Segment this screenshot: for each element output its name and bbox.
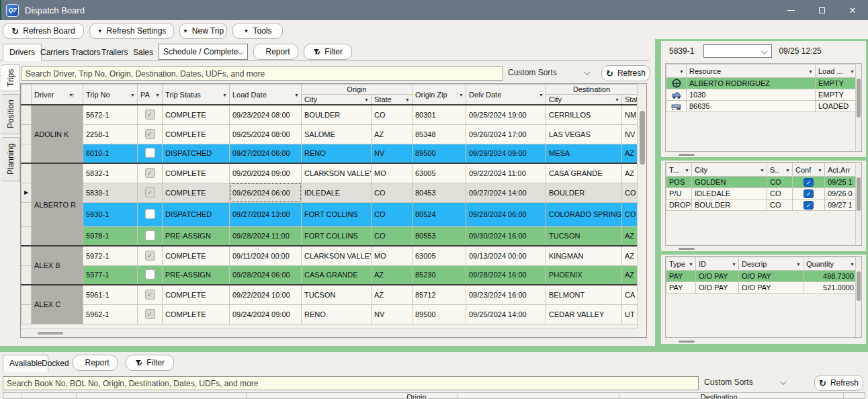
table-row[interactable]: ALBERTO R 5832-1 ✓ COMPLETE 09/20/2024 0… [21, 163, 638, 183]
col-header-stop-conf[interactable]: Conf▼ [793, 163, 825, 177]
pa-checkbox[interactable] [145, 148, 155, 158]
refresh-grid-button[interactable]: ↻ Refresh [601, 65, 650, 81]
splitter-grip[interactable] [679, 341, 695, 343]
filter-dropdown-icon[interactable]: ▼ [405, 97, 410, 102]
side-tab-planning[interactable]: Planning [1, 137, 20, 181]
side-tab-trips[interactable]: Trips [1, 64, 20, 91]
section-divider[interactable] [661, 157, 866, 161]
filter-dropdown-icon[interactable]: ▼ [760, 167, 765, 172]
col-header-stop-city[interactable]: City▼ [692, 163, 767, 177]
vertical-scrollbar[interactable] [637, 84, 646, 328]
table-row[interactable]: 6010-1 DISPATCHED 09/27/2024 06:00 RENO … [21, 144, 638, 163]
focused-cell[interactable]: 09/26/2024 06:00 [230, 183, 302, 202]
scrollbar-thumb[interactable] [857, 79, 861, 118]
resource-row[interactable]: 1030 EMPTY [666, 89, 857, 101]
table-row-selected[interactable]: ▶ 5839-1 ✓ COMPLETE 09/26/2024 06:00 IDL… [21, 183, 638, 202]
col-header-trip-status[interactable]: Trip Status▼ [163, 85, 230, 105]
selected-row-indicator[interactable]: ▶ [21, 183, 32, 202]
report-button-bottom[interactable]: Report [73, 355, 118, 371]
driver-group-cell[interactable]: ALEX B [32, 246, 83, 285]
filter-dropdown-icon[interactable]: ▼ [689, 261, 693, 266]
filter-dropdown-icon[interactable]: ▼ [796, 261, 801, 266]
filter-dropdown-icon[interactable]: ▼ [615, 97, 619, 102]
resource-row[interactable]: 86635 LOADED [666, 101, 857, 112]
filter-dropdown-icon[interactable]: ▼ [294, 92, 299, 97]
search-input[interactable] [21, 66, 503, 81]
driver-group-cell[interactable]: ALBERTO R [32, 163, 83, 246]
table-row[interactable]: 2258-1 ✓ COMPLETE 09/25/2024 08:00 SALOM… [21, 124, 638, 144]
maximize-button[interactable] [806, 0, 837, 20]
filter-dropdown-icon[interactable]: ▼ [679, 69, 684, 73]
table-row[interactable]: ALEX B 5972-1 ✓ COMPLETE 09/11/2024 00:0… [21, 246, 638, 265]
col-header-resource-icon[interactable]: ▼ [666, 64, 687, 78]
vertical-scrollbar[interactable] [855, 257, 861, 337]
col-header-load[interactable]: Load ...▼ [816, 64, 857, 78]
col-header-dest-city[interactable]: City▼ [546, 95, 622, 105]
col-header-dest-state[interactable]: State [622, 95, 638, 105]
col-header-load-date[interactable]: Load Date▼ [230, 85, 302, 105]
tools-button[interactable]: ▼ Tools [232, 23, 283, 39]
col-header-stop-type[interactable]: T...▼ [666, 163, 692, 177]
stop-row[interactable]: POS GOLDEN CO ✓ 09/25 1 [666, 177, 857, 188]
filter-dropdown-icon[interactable]: ▼ [130, 92, 135, 97]
conf-checkbox[interactable]: ✓ [804, 178, 814, 187]
col-header-stop-state[interactable]: S..▼ [767, 163, 793, 177]
pa-checkbox[interactable]: ✓ [145, 309, 155, 319]
col-header-stop-act-arr[interactable]: Act.Arr [825, 163, 857, 177]
pa-checkbox[interactable] [145, 269, 155, 279]
filter-dropdown-icon[interactable]: ▼ [222, 92, 227, 97]
col-header-origin-zip[interactable]: Origin Zip▼ [413, 85, 466, 105]
tab-sales[interactable]: Sales [126, 44, 160, 61]
filter-dropdown-icon[interactable]: ▼ [69, 92, 73, 97]
report-button[interactable]: Report [253, 44, 298, 60]
pa-checkbox[interactable]: ✓ [145, 187, 155, 197]
pa-checkbox[interactable] [145, 209, 155, 219]
close-button[interactable]: ✕ [837, 0, 868, 20]
col-header-delv-date[interactable]: Delv Date▼ [466, 85, 546, 105]
table-row[interactable]: ALEX C 5961-1 ✓ COMPLETE 09/22/2024 10:0… [21, 285, 638, 304]
pa-checkbox[interactable]: ✓ [145, 168, 155, 178]
pa-checkbox[interactable] [145, 230, 155, 240]
scrollbar-thumb[interactable] [640, 111, 645, 165]
section-divider[interactable] [661, 251, 866, 255]
filter-dropdown-icon[interactable]: ▼ [808, 69, 813, 73]
filter-dropdown-icon[interactable]: ▼ [732, 261, 736, 266]
vertical-scrollbar[interactable] [855, 64, 861, 151]
schedule-view-select[interactable]: Schedule / Complete [159, 44, 248, 60]
stop-row[interactable]: P/U IDLEDALE CO ✓ 09/26 0 [666, 188, 857, 200]
resource-row[interactable]: ALBERTO RODRIGUEZ EMPTY [666, 78, 857, 89]
filter-dropdown-icon[interactable]: ▼ [818, 167, 822, 172]
conf-checkbox[interactable]: ✓ [804, 201, 814, 210]
table-row[interactable]: 5978-1 PRE-ASSIGN 09/28/2024 11:00 FORT … [21, 226, 638, 246]
refresh-settings-button[interactable]: ▼ Refresh Settings [89, 23, 174, 39]
refresh-grid-button-bottom[interactable]: ↻ Refresh [814, 375, 863, 391]
horizontal-splitter[interactable] [0, 346, 868, 352]
scrollbar-thumb[interactable] [38, 332, 63, 335]
filter-dropdown-icon[interactable]: ▼ [459, 92, 464, 97]
filter-dropdown-icon[interactable]: ▼ [850, 261, 855, 266]
search-input-bottom[interactable] [3, 376, 699, 390]
custom-sorts-select-bottom[interactable]: Custom Sorts [704, 378, 785, 387]
col-header-pay-type[interactable]: Type▼ [666, 257, 696, 271]
filter-button[interactable]: Filter [304, 44, 352, 60]
col-header-origin-state[interactable]: State▼ [372, 95, 413, 105]
pay-row[interactable]: PAY O/O PAY O/O PAY 498.7300 [666, 271, 857, 282]
col-header-resource[interactable]: Resource▼ [687, 64, 816, 78]
horizontal-scrollbar[interactable] [21, 328, 637, 337]
new-trip-button[interactable]: ▼ New Trip [179, 23, 227, 39]
pa-checkbox[interactable]: ✓ [145, 290, 155, 300]
filter-dropdown-icon[interactable]: ▼ [850, 69, 855, 73]
minimize-button[interactable] [775, 0, 806, 20]
filter-dropdown-icon[interactable]: ▼ [155, 92, 160, 97]
pay-row[interactable]: PAY O/O PAY O/O PAY 521.0000 [666, 282, 857, 294]
col-header-driver[interactable]: Driver↑▼ [32, 85, 83, 105]
vertical-scrollbar[interactable] [855, 163, 861, 245]
pa-checkbox[interactable]: ✓ [145, 109, 155, 120]
col-header-pay-descrip[interactable]: Descrip▼ [739, 257, 804, 271]
table-row[interactable]: 5977-1 PRE-ASSIGN 09/28/2024 06:00 CASA … [21, 265, 638, 285]
splitter-grip[interactable] [679, 248, 695, 250]
side-tab-position[interactable]: Position [1, 94, 20, 134]
custom-sorts-select[interactable]: Custom Sorts [508, 68, 589, 77]
table-row[interactable]: 5962-1 ✓ COMPLETE 09/24/2024 09:00 RENO … [21, 304, 638, 324]
tab-docked[interactable]: Docked [36, 355, 75, 372]
